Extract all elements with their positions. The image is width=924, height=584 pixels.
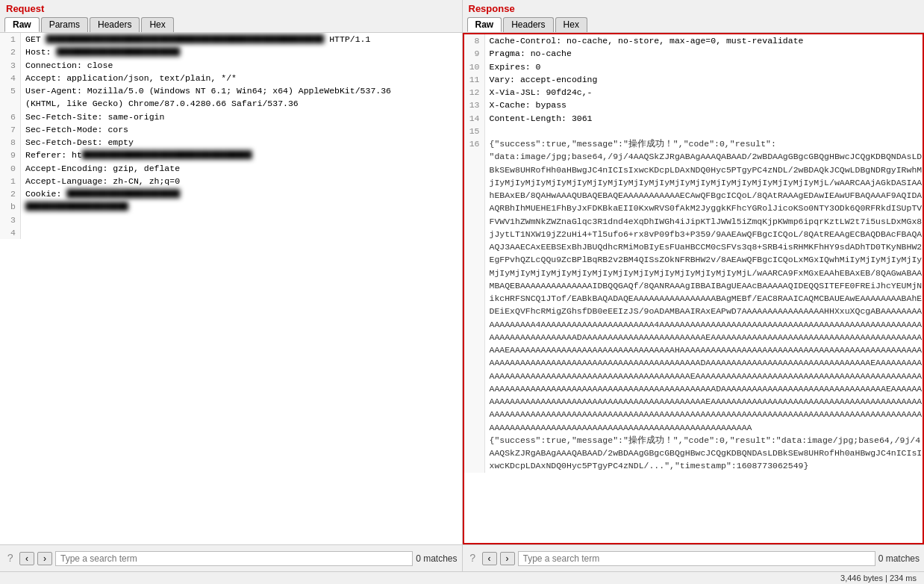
- response-search-prev-button[interactable]: ‹: [482, 552, 497, 565]
- status-text: 3,446 bytes | 234 ms: [840, 574, 917, 583]
- code-line: 3 Connection: close: [0, 59, 462, 72]
- tab-request-params[interactable]: Params: [41, 17, 88, 32]
- code-line: 8 Sec-Fetch-Dest: empty: [0, 136, 462, 149]
- response-code-area: 8 Cache-Control: no-cache, no-store, max…: [463, 33, 925, 544]
- tab-response-headers[interactable]: Headers: [503, 17, 553, 32]
- request-search-next-button[interactable]: ›: [37, 552, 52, 565]
- response-search-help-icon[interactable]: ?: [467, 553, 479, 565]
- code-line: (KHTML, like Gecko) Chrome/87.0.4280.66 …: [0, 97, 462, 110]
- response-search-next-button[interactable]: ›: [500, 552, 515, 565]
- response-title: Response: [463, 0, 925, 16]
- code-line: 2 Cookie: ██████████████████████: [0, 187, 462, 200]
- code-line: 16 {"success":true,"message":"操作成功！","co…: [464, 137, 923, 473]
- response-search-bar: ? ‹ › 0 matches: [463, 544, 925, 571]
- request-tab-bar: Raw Params Headers Hex: [0, 16, 462, 33]
- request-panel: Request Raw Params Headers Hex 1 GET ███…: [0, 0, 463, 571]
- tab-response-hex[interactable]: Hex: [555, 17, 587, 32]
- response-search-matches: 0 matches: [878, 553, 920, 564]
- code-line: 13 X-Cache: bypass: [464, 99, 923, 111]
- request-code-area: 1 GET ██████████████████████████████████…: [0, 33, 462, 544]
- code-line: 1 GET ██████████████████████████████████…: [0, 33, 462, 46]
- code-line: 15: [464, 125, 923, 137]
- code-line: 9 Referer: ht███████████████████████████…: [0, 149, 462, 161]
- request-search-input[interactable]: [55, 551, 413, 566]
- request-title: Request: [0, 0, 462, 16]
- code-line: 7 Sec-Fetch-Mode: cors: [0, 123, 462, 136]
- code-line: 14 Content-Length: 3061: [464, 112, 923, 125]
- code-line: b ████████████████████: [0, 200, 462, 213]
- code-line: 4 Accept: application/json, text/plain, …: [0, 72, 462, 84]
- tab-request-headers[interactable]: Headers: [90, 17, 140, 32]
- status-bar: 3,446 bytes | 234 ms: [0, 571, 924, 584]
- tab-request-raw[interactable]: Raw: [4, 17, 40, 32]
- response-tab-bar: Raw Headers Hex: [463, 16, 925, 33]
- request-search-prev-button[interactable]: ‹: [19, 552, 34, 565]
- tab-response-raw[interactable]: Raw: [467, 17, 502, 32]
- response-panel: Response Raw Headers Hex 8 Cache-Control…: [463, 0, 925, 571]
- request-search-help-icon[interactable]: ?: [4, 553, 16, 565]
- request-search-bar: ? ‹ › 0 matches: [0, 544, 462, 571]
- code-line: 5 User-Agent: Mozilla/5.0 (Windows NT 6.…: [0, 84, 462, 97]
- code-line: 10 Expires: 0: [464, 60, 923, 73]
- response-search-input[interactable]: [518, 551, 875, 566]
- code-line: 8 Cache-Control: no-cache, no-store, max…: [464, 34, 923, 47]
- code-line: 0 Accept-Encoding: gzip, deflate: [0, 162, 462, 175]
- tab-request-hex[interactable]: Hex: [141, 17, 173, 32]
- code-line: 12 X-Via-JSL: 90fd24c,-: [464, 86, 923, 99]
- code-line: 9 Pragma: no-cache: [464, 47, 923, 60]
- code-line: 4: [0, 226, 462, 239]
- code-line: 2 Host: ████████████████████████: [0, 46, 462, 58]
- code-line: 3: [0, 214, 462, 226]
- request-search-matches: 0 matches: [416, 553, 457, 564]
- code-line: 1 Accept-Language: zh-CN, zh;q=0: [0, 175, 462, 187]
- code-line: 11 Vary: accept-encoding: [464, 73, 923, 86]
- code-line: 6 Sec-Fetch-Site: same-origin: [0, 111, 462, 123]
